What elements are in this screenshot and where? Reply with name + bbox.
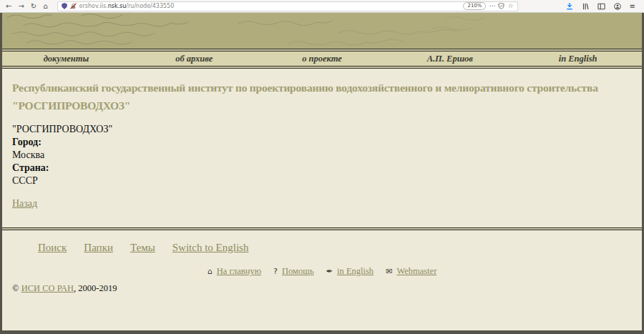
reload-button[interactable]: ↻ xyxy=(31,3,36,10)
search-link[interactable]: Поиск xyxy=(38,242,67,254)
main-menu: документы об архиве о проекте А.П. Ершов… xyxy=(2,51,642,66)
home-icon: ⌂ xyxy=(208,267,213,276)
copyright-symbol: © xyxy=(12,283,19,293)
in-english-link[interactable]: in English xyxy=(337,266,374,276)
menu-item-ershov[interactable]: А.П. Ершов xyxy=(386,51,514,66)
forward-button[interactable]: → xyxy=(18,3,24,10)
help-link[interactable]: Помощь xyxy=(282,266,314,276)
downloads-icon[interactable] xyxy=(566,2,573,10)
city-label: Город: xyxy=(12,136,632,149)
toolbar-right-icons: ≡ xyxy=(566,2,638,10)
folders-link[interactable]: Папки xyxy=(84,242,113,254)
copyright: © ИСИ СО РАН, 2000-2019 xyxy=(12,283,642,294)
library-icon[interactable] xyxy=(582,3,589,10)
country-label: Страна: xyxy=(12,162,632,175)
isi-sbras-link[interactable]: ИСИ СО РАН xyxy=(21,283,74,293)
question-mark-icon: ? xyxy=(273,267,278,276)
account-icon[interactable] xyxy=(614,3,621,10)
insecure-lock-icon[interactable] xyxy=(70,3,77,9)
tracking-shield-icon[interactable] xyxy=(62,3,67,9)
handwriting-background-image xyxy=(2,13,642,49)
footer-nav-links: Поиск Папки Темы Switch to English xyxy=(38,242,642,254)
pen-icon: ✒ xyxy=(326,267,333,276)
organization-name: "РОСГИПРОВОДХОЗ" xyxy=(12,123,632,136)
footer: Поиск Папки Темы Switch to English ⌂ На … xyxy=(2,230,642,330)
menu-item-in-english[interactable]: in English xyxy=(514,51,642,66)
menu-item-about-project[interactable]: о проекте xyxy=(258,51,386,66)
browser-toolbar: ← → ↻ ⌂ ershov.iis.nsk.su/ru/node/433550… xyxy=(0,0,644,13)
home-page-link[interactable]: На главную xyxy=(217,266,261,276)
protections-shield-icon[interactable] xyxy=(498,3,504,9)
back-button[interactable]: ← xyxy=(6,3,11,10)
menu-hamburger-icon[interactable]: ≡ xyxy=(630,3,635,10)
switch-to-english-link[interactable]: Switch to English xyxy=(172,242,249,254)
bookmark-star-icon[interactable]: ☆ xyxy=(507,3,513,9)
city-value: Москва xyxy=(12,149,632,162)
home-button[interactable]: ⌂ xyxy=(43,3,47,10)
country-value: СССР xyxy=(12,175,632,187)
copyright-years: , 2000-2019 xyxy=(74,283,117,293)
footer-utility-links: ⌂ На главную ? Помощь ✒ in English ✉ Web… xyxy=(2,266,642,277)
header-banner xyxy=(2,13,642,49)
topics-link[interactable]: Темы xyxy=(130,242,155,254)
page-title: Республиканский государственный институт… xyxy=(12,79,632,114)
url-text: ershov.iis.nsk.su/ru/node/433550 xyxy=(79,3,175,9)
page-actions-icon[interactable]: ⋯ xyxy=(489,3,495,9)
menu-item-documents[interactable]: документы xyxy=(2,51,130,66)
menu-item-about-archive[interactable]: об архиве xyxy=(130,51,258,66)
main-content: Республиканский государственный институт… xyxy=(2,69,642,227)
webmaster-link[interactable]: Webmaster xyxy=(396,266,436,276)
envelope-icon: ✉ xyxy=(386,267,392,276)
sidebars-icon[interactable] xyxy=(597,3,605,10)
address-bar[interactable]: ershov.iis.nsk.su/ru/node/433550 210% ⋯ … xyxy=(57,1,518,11)
back-link[interactable]: Назад xyxy=(12,198,37,209)
zoom-level-badge[interactable]: 210% xyxy=(463,2,486,10)
page-frame: документы об архиве о проекте А.П. Ершов… xyxy=(0,13,644,334)
